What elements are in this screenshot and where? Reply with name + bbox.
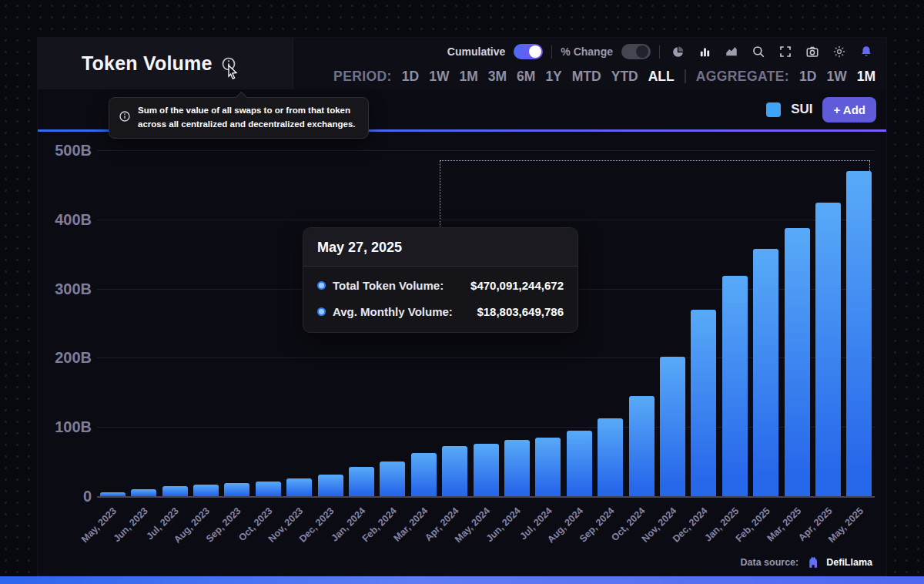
chart-bar-may-2025[interactable] [846,171,872,496]
crosshair-vertical [869,160,870,171]
tooltip-label: Total Token Volume: [333,279,444,292]
divider [551,45,552,59]
tooltip-value: $18,803,649,786 [477,305,564,318]
percent-change-label: % Change [561,45,613,58]
tooltip-row: Avg. Monthly Volume:$18,803,649,786 [317,301,564,322]
divider [685,69,686,83]
period-options: 1D1W1M3M6M1YMTDYTDALL [402,69,675,85]
option-1d[interactable]: 1D [799,69,816,85]
option-6m[interactable]: 6M [517,69,535,85]
info-tooltip: Sum of the value of all swaps to or from… [109,97,369,139]
data-source-label: Data source: [741,557,799,568]
info-tooltip-text: Sum of the value of all swaps to or from… [138,104,359,132]
panel-footer: Data source: DefiLlama [38,548,886,577]
period-aggregate-row: PERIOD: 1D1W1M3M6M1YMTDYTDALL AGGREGATE:… [309,65,875,88]
camera-icon[interactable] [803,42,822,61]
y-axis-label: 500B [38,140,92,160]
aggregate-options: 1D1W1M [799,69,875,85]
chart-bar-apr-2025[interactable] [815,203,841,496]
pie-chart-icon[interactable] [668,42,687,61]
crosshair-horizontal [440,160,869,161]
divider [659,45,660,59]
series-bullet-icon [317,281,326,290]
chart-bar-nov-2023[interactable] [286,478,312,496]
legend-swatch [766,102,781,117]
option-1y[interactable]: 1Y [545,69,561,85]
x-axis-label: May, 2023 [79,505,119,545]
option-mtd[interactable]: MTD [572,69,601,85]
chart-bar-aug-2023[interactable] [193,485,219,496]
mouse-cursor-icon [226,65,239,80]
chart-bar-jul-2023[interactable] [162,486,188,496]
page-title: Token Volume [82,52,213,75]
page: Token Volume Cumulative [0,0,924,584]
y-axis-label: 400B [38,210,92,230]
crosshair-vertical [440,160,440,228]
info-icon [119,110,131,126]
cumulative-toggle[interactable] [514,44,543,59]
y-axis-label: 200B [38,347,92,368]
chart-bar-apr-2024[interactable] [442,446,467,496]
series-bullet-icon [317,307,326,316]
fullscreen-icon[interactable] [776,42,795,61]
bottom-accent-strip [0,576,924,584]
toggle-knob [529,45,541,58]
chart-bar-feb-2024[interactable] [380,461,405,496]
header-controls: Cumulative % Change [293,38,886,89]
toggle-knob [636,45,648,58]
chart-bar-mar-2025[interactable] [785,228,810,496]
option-ytd[interactable]: YTD [611,69,638,85]
aggregate-label: AGGREGATE: [696,69,789,85]
bell-icon[interactable] [857,42,875,61]
option-all[interactable]: ALL [648,69,675,85]
chart-bar-may-2023[interactable] [100,492,126,496]
chart-bar-aug-2024[interactable] [567,431,592,496]
chart-bar-jun-2023[interactable] [131,489,156,496]
chart-bar-jun-2024[interactable] [504,440,530,496]
bar-chart: May 27, 2025 Total Token Volume:$470,091… [38,132,886,548]
period-label: PERIOD: [333,69,392,85]
search-icon[interactable] [749,42,768,61]
controls-row: Cumulative % Change [309,41,875,63]
tooltip-rows: Total Token Volume:$470,091,244,672Avg. … [303,267,578,332]
chart-tooltip: May 27, 2025 Total Token Volume:$470,091… [303,227,578,333]
gear-icon[interactable] [830,42,849,61]
brand-name: DefiLlama [826,557,872,568]
chart-bar-may-2024[interactable] [474,444,499,496]
option-1m[interactable]: 1M [857,69,875,85]
chart-bar-dec-2023[interactable] [318,475,343,496]
chart-bar-mar-2024[interactable] [411,453,437,496]
chart-bar-dec-2024[interactable] [691,310,716,496]
chart-bar-feb-2025[interactable] [753,249,778,496]
chart-bar-jul-2024[interactable] [535,438,561,496]
bar-chart-icon[interactable] [695,42,714,61]
area-chart-icon[interactable] [722,42,741,61]
option-1d[interactable]: 1D [402,69,419,85]
option-1w[interactable]: 1W [429,69,449,85]
tooltip-value: $470,091,244,672 [470,279,564,292]
chart-bar-oct-2023[interactable] [256,482,281,496]
tooltip-row: Total Token Volume:$470,091,244,672 [317,275,564,296]
chart-bar-nov-2024[interactable] [660,357,685,496]
chart-bar-jan-2025[interactable] [722,276,748,496]
chart-bar-sep-2023[interactable] [224,483,249,496]
gridline [97,496,875,498]
y-axis-label: 300B [38,279,92,299]
percent-change-toggle[interactable] [621,44,651,59]
option-1m[interactable]: 1M [459,69,477,85]
chart-bar-jan-2024[interactable] [349,467,374,496]
title-block: Token Volume [38,38,293,89]
option-1w[interactable]: 1W [826,69,846,85]
cumulative-label: Cumulative [447,45,505,58]
option-3m[interactable]: 3M [488,69,507,85]
legend-token: SUI [791,102,812,117]
info-icon[interactable] [221,56,236,72]
gridline [97,150,875,151]
add-token-button[interactable]: + Add [822,97,876,123]
y-axis-label: 100B [38,417,92,437]
y-axis-label: 0 [38,486,92,506]
tooltip-label: Avg. Monthly Volume: [333,305,453,318]
chart-bar-sep-2024[interactable] [598,418,623,496]
defillama-logo-icon [805,555,819,569]
chart-bar-oct-2024[interactable] [629,396,654,496]
